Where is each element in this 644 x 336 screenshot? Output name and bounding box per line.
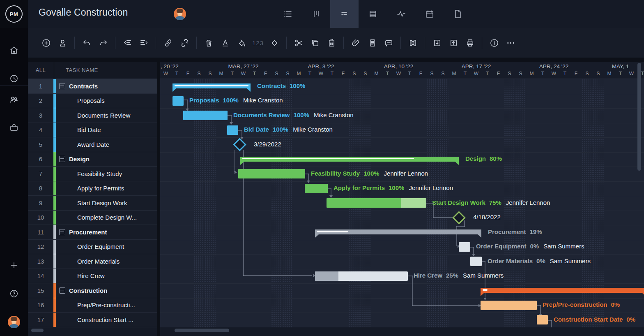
task-name[interactable]: Documents Review [77,108,130,123]
sidebar-item-home[interactable] [0,39,28,61]
table-row[interactable]: 2Proposals [28,94,157,109]
link-tasks-button[interactable] [160,35,176,51]
table-row[interactable]: 15Construction [28,283,157,298]
task-name[interactable]: Contracts [59,79,98,93]
table-row[interactable]: 17Construction Start ... [28,313,157,327]
paste-button[interactable] [323,35,340,51]
milestone-diamond[interactable] [452,211,466,225]
comment-button[interactable] [380,35,397,51]
sidebar-item-team[interactable] [0,89,28,110]
collapse-group-icon[interactable] [59,229,65,235]
assign-person-button[interactable] [54,35,71,51]
tab-activity-view[interactable] [387,0,415,28]
summary-bar[interactable] [481,288,644,293]
sidebar-item-clock[interactable] [0,68,28,89]
table-row[interactable]: 8Apply for Permits [28,181,157,196]
column-header-task-name[interactable]: TASK NAME [66,62,98,79]
task-name[interactable]: Apply for Permits [77,181,124,196]
summary-bar[interactable] [315,229,481,234]
task-name[interactable]: Complete Design W... [77,211,137,225]
task-name[interactable]: Order Materials [77,254,120,269]
task-bar[interactable] [327,198,426,208]
task-name[interactable]: Proposals [77,94,105,108]
task-bar[interactable] [172,96,184,106]
table-row[interactable]: 11Procurement [28,225,157,240]
import-button[interactable] [429,35,445,51]
gantt-horizontal-scrollbar[interactable] [175,329,229,332]
tab-calendar-view[interactable] [415,0,444,28]
redo-button[interactable] [95,35,111,51]
table-row[interactable]: 5Award Date [28,137,157,152]
task-name[interactable]: Construction Start ... [77,313,133,327]
attach-file-button[interactable] [347,35,364,51]
summary-bar[interactable] [172,83,251,88]
unlink-tasks-button[interactable] [176,35,193,51]
info-button[interactable] [486,35,502,51]
fill-color-button[interactable] [233,35,250,51]
table-row[interactable]: 4Bid Date [28,123,157,138]
add-task-button[interactable] [38,35,54,51]
milestone-button[interactable] [266,35,283,51]
task-name[interactable]: Hire Crew [77,269,105,283]
table-row[interactable]: 1Contracts [28,79,157,94]
pm-logo[interactable]: PM [5,5,23,23]
table-row[interactable]: 14Hire Crew [28,269,157,284]
pm-logo-block[interactable]: PM [0,0,28,28]
task-bar[interactable] [481,301,537,310]
milestone-diamond[interactable] [233,138,246,151]
table-row[interactable]: 16Prep/Pre-constructi... [28,298,157,313]
more-button[interactable] [502,35,519,51]
columns-button[interactable] [405,35,421,51]
table-row[interactable]: 12Order Equipment [28,240,157,255]
task-bar[interactable] [315,271,408,281]
task-name[interactable]: Construction [59,283,107,298]
task-bar[interactable] [227,125,238,135]
summary-bar[interactable] [240,157,459,162]
vertical-scrollbar[interactable] [637,63,641,171]
sidebar-item-plus[interactable] [0,255,28,276]
column-header-all[interactable]: ALL [28,62,53,79]
delete-button[interactable] [200,35,217,51]
copy-button[interactable] [307,35,323,51]
print-button[interactable] [462,35,478,51]
task-bar[interactable] [470,257,482,266]
table-row[interactable]: 3Documents Review [28,108,157,123]
task-bar[interactable] [537,315,548,324]
table-row[interactable]: 9Start Design Work [28,196,157,211]
user-avatar[interactable] [8,316,20,328]
export-button[interactable] [445,35,462,51]
task-name[interactable]: Start Design Work [77,196,127,210]
collapse-group-icon[interactable] [59,156,65,162]
numbers-button[interactable]: 123 [250,35,266,51]
tab-sheet-view[interactable] [359,0,387,28]
sidebar-item-portfolio[interactable] [0,117,28,138]
task-name[interactable]: Procurement [59,225,107,239]
undo-button[interactable] [78,35,95,51]
sidebar-item-help[interactable] [0,283,28,304]
tab-list-view[interactable] [274,0,302,28]
task-name[interactable]: Award Date [77,137,109,152]
task-bar[interactable] [459,242,470,252]
tab-gantt-view[interactable] [330,0,359,28]
task-name[interactable]: Feasibility Study [77,167,122,181]
task-name[interactable]: Order Equipment [77,240,124,254]
task-bar[interactable] [238,169,305,178]
table-row[interactable]: 6Design [28,152,157,167]
project-owner-avatar[interactable] [174,8,186,20]
tab-board-view[interactable] [302,0,330,28]
table-row[interactable]: 7Feasibility Study [28,167,157,181]
task-bar[interactable] [305,184,328,193]
table-horizontal-scrollbar[interactable] [31,329,44,332]
task-name[interactable]: Prep/Pre-constructi... [77,298,135,313]
collapse-group-icon[interactable] [59,83,65,89]
task-name[interactable]: Bid Date [77,123,101,137]
indent-button[interactable] [136,35,152,51]
table-row[interactable]: 10Complete Design W... [28,211,157,225]
text-color-button[interactable] [217,35,233,51]
outdent-button[interactable] [119,35,136,51]
notes-button[interactable] [364,35,380,51]
task-name[interactable]: Design [59,152,90,167]
cut-button[interactable] [290,35,307,51]
task-bar[interactable] [183,111,228,120]
collapse-group-icon[interactable] [59,287,65,294]
